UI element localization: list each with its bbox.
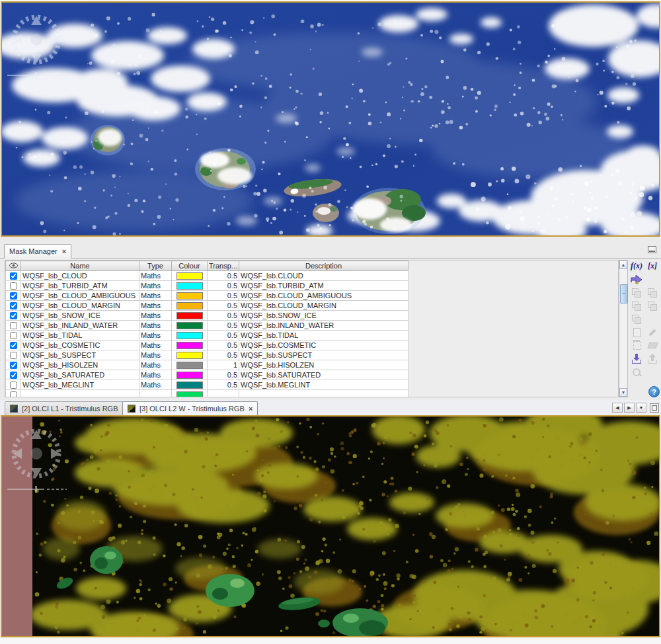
mask-colour-swatch[interactable]	[176, 322, 203, 329]
mask-row[interactable]: WQSF_lsb_MEGLINTMaths0.5WQSF_lsb.MEGLINT	[6, 380, 408, 390]
mask-visible-checkbox[interactable]	[10, 391, 17, 397]
union-masks-icon[interactable]	[645, 286, 660, 299]
mask-description: WQSF_lsb.COSMETIC	[239, 341, 408, 350]
colour-column-header[interactable]: Colour	[172, 261, 208, 271]
mask-visible-checkbox[interactable]	[10, 312, 17, 319]
mask-colour-swatch[interactable]	[176, 382, 203, 389]
mask-manager-tabbar: Mask Manager ×	[0, 237, 661, 259]
mask-name	[21, 390, 139, 398]
tab-olci-l2w-tristimulus[interactable]: [3] OLCI L2 W - Tristimulus RGB ×	[122, 401, 258, 415]
new-mask-expression-icon[interactable]	[629, 273, 644, 286]
mask-type: Maths	[139, 350, 172, 360]
mask-colour-swatch[interactable]	[176, 352, 203, 359]
mask-visible-checkbox[interactable]	[10, 332, 17, 339]
new-mask-value-range-button[interactable]: [x]	[645, 260, 660, 272]
mask-colour-swatch[interactable]	[176, 342, 203, 349]
minimize-window-icon[interactable]	[648, 246, 656, 253]
mask-table-header[interactable]: Name Type Colour Transp... Description	[6, 261, 408, 271]
mask-colour-swatch[interactable]	[176, 332, 203, 339]
type-column-header[interactable]: Type	[139, 261, 172, 271]
mask-row[interactable]: WQSF_lsb_COSMETICMaths0.5WQSF_lsb.COSMET…	[6, 341, 408, 350]
mask-row[interactable]: WQSF_lsb_SNOW_ICEMaths0.5WQSF_lsb.SNOW_I…	[6, 311, 408, 321]
mask-row[interactable]: WQSF_lsb_CLOUD_AMBIGUOUSMaths0.5WQSF_lsb…	[6, 291, 408, 301]
mask-transparency: 0.5	[208, 291, 239, 301]
scrollbar-down-icon[interactable]: ▼	[619, 388, 627, 397]
mask-name: WQSF_lsb_SUSPECT	[21, 350, 139, 360]
mask-table-scrollpane[interactable]: Name Type Colour Transp... Description W…	[5, 260, 619, 397]
mask-visible-checkbox[interactable]	[10, 322, 17, 329]
mask-colour-swatch[interactable]	[176, 312, 203, 319]
transparency-column-header[interactable]: Transp...	[208, 261, 239, 271]
document-tabbar: [2] OLCI L1 - Tristimulus RGB × [3] OLCI…	[0, 400, 661, 415]
mask-row[interactable]: WQSF_lsb_CLOUDMaths0.5WQSF_lsb.CLOUD	[6, 271, 408, 281]
pan-compass-overlay[interactable]	[6, 7, 72, 83]
mask-colour-swatch[interactable]	[176, 282, 203, 290]
tab-mask-manager[interactable]: Mask Manager ×	[4, 244, 71, 259]
mask-manager-tab-label: Mask Manager	[9, 247, 58, 255]
close-icon[interactable]: ×	[62, 248, 66, 255]
mask-visible-checkbox[interactable]	[10, 292, 17, 300]
erase-mask-icon[interactable]	[645, 339, 660, 352]
mask-visible-checkbox[interactable]	[10, 362, 17, 369]
mask-visible-checkbox[interactable]	[10, 372, 17, 379]
inverse-mask-icon[interactable]	[629, 313, 644, 325]
mask-description	[239, 390, 408, 398]
mask-row[interactable]: WQSF_lsb_SATURATEDMaths0.5WQSF_lsb.SATUR…	[6, 370, 408, 380]
mask-table-scrollbar[interactable]: ▲ ▼	[619, 260, 628, 397]
scrollbar-up-icon[interactable]: ▲	[619, 261, 627, 269]
maximize-view-icon[interactable]	[650, 403, 659, 413]
mask-visible-checkbox[interactable]	[10, 302, 17, 309]
mask-type: Maths	[139, 321, 172, 331]
intersection-masks-icon[interactable]	[629, 300, 644, 312]
tab-controls: ◀ ▶ ▼	[612, 403, 659, 413]
pan-compass-overlay[interactable]	[6, 421, 72, 497]
mask-colour-swatch[interactable]	[176, 272, 203, 280]
tab-olci-l1-tristimulus[interactable]: [2] OLCI L1 - Tristimulus RGB ×	[5, 401, 132, 415]
mask-transparency: 0.5	[208, 301, 239, 311]
l1-satellite-image[interactable]	[2, 3, 659, 235]
help-icon[interactable]: ?	[648, 386, 660, 397]
mask-row[interactable]: WQSF_lsb_TURBID_ATMMaths0.5WQSF_lsb.TURB…	[6, 281, 408, 291]
zoom-to-mask-icon[interactable]	[629, 366, 644, 378]
delete-mask-icon[interactable]	[629, 339, 644, 352]
mask-visible-checkbox[interactable]	[10, 272, 17, 280]
mask-colour-swatch[interactable]	[176, 372, 203, 379]
mask-type: Maths	[139, 271, 172, 281]
duplicate-mask-icon[interactable]	[629, 326, 644, 339]
mask-row[interactable]: WQSF_lsb_TIDALMaths0.5WQSF_lsb.TIDAL	[6, 331, 408, 341]
edit-mask-icon[interactable]	[645, 326, 660, 339]
export-mask-icon[interactable]	[645, 352, 660, 365]
difference-masks-icon[interactable]	[645, 300, 660, 312]
mask-visible-checkbox[interactable]	[10, 352, 17, 359]
tab-list-dropdown-icon[interactable]: ▼	[636, 403, 646, 413]
l1-image-view[interactable]	[1, 1, 660, 237]
mask-table: Name Type Colour Transp... Description W…	[5, 261, 408, 397]
mask-row[interactable]: WQSF_lsb_CLOUD_MARGINMaths0.5WQSF_lsb.CL…	[6, 301, 408, 311]
l2-satellite-image[interactable]	[2, 417, 659, 636]
new-mask-band-math-button[interactable]: f(x)	[629, 260, 644, 272]
scroll-tabs-left-icon[interactable]: ◀	[612, 403, 623, 413]
scroll-tabs-right-icon[interactable]: ▶	[624, 403, 635, 413]
close-icon[interactable]: ×	[249, 405, 253, 412]
mask-visible-checkbox[interactable]	[10, 382, 17, 389]
l2-image-view[interactable]	[1, 415, 660, 637]
mask-colour-swatch[interactable]	[176, 302, 203, 309]
mask-visible-checkbox[interactable]	[10, 282, 17, 290]
mask-description: WQSF_lsb.SATURATED	[239, 370, 408, 380]
import-mask-icon[interactable]	[629, 352, 644, 365]
mask-row[interactable]	[6, 390, 408, 398]
name-column-header[interactable]: Name	[21, 261, 139, 271]
mask-transparency: 0.5	[208, 281, 239, 291]
scrollbar-thumb[interactable]	[620, 284, 628, 303]
description-column-header[interactable]: Description	[239, 261, 408, 271]
mask-type: Maths	[139, 341, 172, 350]
mask-row[interactable]: WQSF_lsb_SUSPECTMaths0.5WQSF_lsb.SUSPECT	[6, 350, 408, 360]
mask-colour-swatch[interactable]	[176, 292, 203, 300]
mask-row[interactable]: WQSF_lsb_HISOLZENMaths1WQSF_lsb.HISOLZEN	[6, 360, 408, 370]
copy-mask-icon[interactable]	[629, 286, 644, 299]
mask-colour-swatch[interactable]	[176, 362, 203, 369]
visibility-column-header[interactable]	[6, 261, 21, 271]
mask-row[interactable]: WQSF_lsb_INLAND_WATERMaths0.5WQSF_lsb.IN…	[6, 321, 408, 331]
mask-colour-swatch[interactable]	[176, 391, 203, 398]
mask-visible-checkbox[interactable]	[10, 342, 17, 349]
